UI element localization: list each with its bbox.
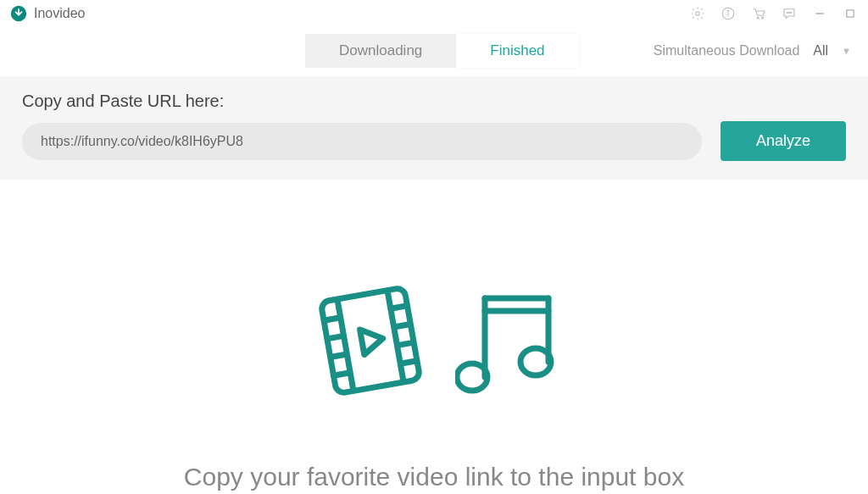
music-note-icon (455, 277, 565, 408)
svg-line-22 (400, 361, 417, 364)
simultaneous-download: Simultaneous Download All ▼ (654, 43, 851, 58)
svg-line-18 (333, 373, 350, 375)
feedback-icon[interactable] (782, 6, 797, 21)
minimize-icon[interactable] (812, 6, 827, 21)
tab-finished[interactable]: Finished (456, 34, 578, 68)
app-logo-icon (10, 5, 27, 22)
simultaneous-select[interactable]: All (808, 43, 833, 58)
titlebar-left: Inovideo (10, 5, 86, 22)
svg-line-15 (324, 318, 341, 320)
tabs: Downloading Finished (305, 34, 579, 68)
info-icon[interactable] (721, 6, 736, 21)
url-label: Copy and Paste URL here: (22, 92, 846, 111)
svg-point-4 (727, 10, 728, 11)
empty-state: Copy your favorite video link to the inp… (0, 180, 868, 491)
url-input[interactable] (22, 123, 702, 160)
titlebar-controls (690, 6, 858, 21)
settings-icon[interactable] (690, 6, 705, 21)
svg-point-9 (791, 12, 792, 13)
maximize-icon[interactable] (843, 6, 858, 21)
svg-line-17 (331, 354, 348, 357)
film-icon (303, 273, 438, 412)
svg-line-21 (397, 342, 414, 345)
url-row: Analyze (22, 121, 846, 161)
svg-line-16 (327, 336, 344, 338)
tabs-row: Downloading Finished Simultaneous Downlo… (0, 27, 868, 68)
svg-point-8 (788, 12, 789, 13)
svg-point-7 (787, 12, 787, 13)
svg-point-5 (757, 17, 759, 19)
simultaneous-label: Simultaneous Download (654, 43, 800, 58)
titlebar: Inovideo (0, 0, 868, 27)
svg-line-19 (391, 306, 408, 308)
svg-rect-11 (847, 10, 854, 17)
url-section: Copy and Paste URL here: Analyze (0, 76, 868, 180)
svg-point-6 (762, 17, 764, 19)
illustration (303, 273, 565, 412)
svg-line-20 (394, 324, 411, 326)
simultaneous-value: All (813, 43, 828, 58)
app-title: Inovideo (34, 6, 86, 21)
empty-hint: Copy your favorite video link to the inp… (184, 463, 684, 491)
chevron-down-icon[interactable]: ▼ (842, 46, 851, 56)
cart-icon[interactable] (751, 6, 766, 21)
analyze-button[interactable]: Analyze (721, 121, 846, 161)
tab-downloading[interactable]: Downloading (305, 34, 456, 68)
svg-point-1 (696, 12, 700, 16)
